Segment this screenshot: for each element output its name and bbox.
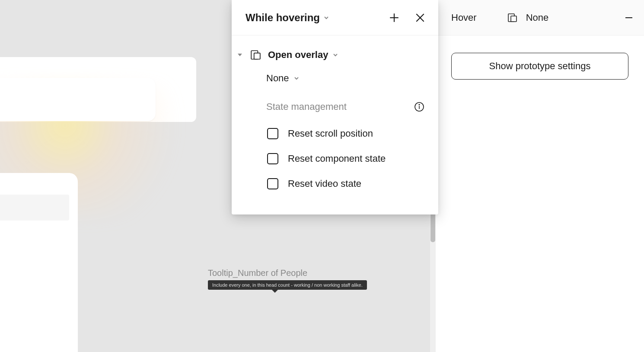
remove-interaction-button[interactable] xyxy=(622,11,635,24)
reset-component-label: Reset component state xyxy=(288,153,386,164)
reset-component-checkbox-row[interactable]: Reset component state xyxy=(237,146,424,171)
reset-video-checkbox[interactable] xyxy=(267,178,278,189)
show-prototype-settings-button[interactable]: Show prototype settings xyxy=(451,53,628,80)
trigger-type-dropdown[interactable]: While hovering xyxy=(245,12,387,24)
svg-marker-7 xyxy=(238,54,242,56)
state-management-heading: State management xyxy=(266,101,414,112)
reset-scroll-checkbox[interactable] xyxy=(267,128,278,139)
popup-title-text: While hovering xyxy=(245,12,320,24)
interaction-details-popup: While hovering xyxy=(232,0,438,214)
info-icon[interactable] xyxy=(414,102,424,112)
state-management-heading-row: State management xyxy=(237,97,424,121)
interaction-summary-row[interactable]: Hover None xyxy=(436,0,644,35)
action-type-label: Open overlay xyxy=(268,49,328,61)
reset-scroll-checkbox-row[interactable]: Reset scroll position xyxy=(237,121,424,146)
close-popup-button[interactable] xyxy=(413,11,427,25)
svg-rect-1 xyxy=(511,16,516,22)
reset-video-checkbox-row[interactable]: Reset video state xyxy=(237,171,424,196)
canvas-frame[interactable] xyxy=(0,195,69,221)
destination-dropdown[interactable]: None xyxy=(266,73,300,84)
svg-rect-9 xyxy=(254,53,260,59)
action-type-dropdown[interactable]: Open overlay xyxy=(268,49,338,61)
popup-header: While hovering xyxy=(232,0,438,35)
reset-scroll-label: Reset scroll position xyxy=(288,128,373,139)
overlay-icon xyxy=(250,49,261,61)
chevron-down-icon xyxy=(332,52,338,58)
destination-label: None xyxy=(526,12,614,23)
action-type-row[interactable]: Open overlay xyxy=(237,46,424,69)
right-properties-panel: Hover None Show prototype settings xyxy=(436,0,644,352)
reset-component-checkbox[interactable] xyxy=(267,153,278,164)
overlay-icon xyxy=(507,13,517,23)
destination-row[interactable]: None xyxy=(237,69,424,97)
add-action-button[interactable] xyxy=(387,11,401,25)
chevron-down-icon xyxy=(293,75,300,81)
chevron-down-icon xyxy=(323,15,329,21)
prototype-settings-section: Show prototype settings xyxy=(436,35,644,97)
destination-value: None xyxy=(266,73,289,84)
canvas-frame[interactable] xyxy=(0,78,156,121)
popup-body: Open overlay None State manag xyxy=(232,35,438,214)
svg-point-12 xyxy=(419,104,420,105)
canvas-frame[interactable] xyxy=(0,342,48,352)
tooltip-frame[interactable]: Include every one, in this head count - … xyxy=(208,280,367,290)
collapse-chevron-icon[interactable] xyxy=(237,52,243,58)
frame-name-label[interactable]: Tooltip_Number of People xyxy=(208,268,307,278)
reset-video-label: Reset video state xyxy=(288,178,361,189)
trigger-label: Hover xyxy=(451,12,477,23)
